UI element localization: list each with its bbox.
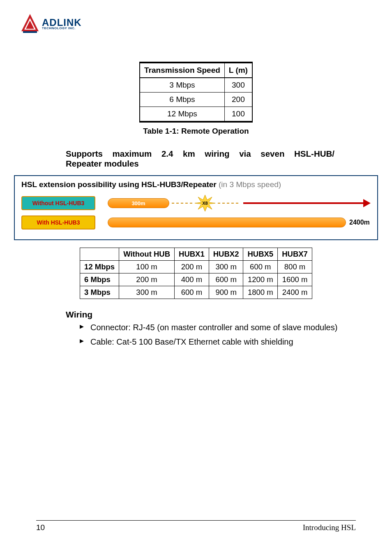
- multiplier-burst-icon: X8: [195, 195, 215, 211]
- t2-cell: 300 m: [209, 261, 243, 273]
- distance-value: 300m: [131, 200, 145, 206]
- with-hub-label: With HSL-HUB3: [21, 215, 95, 229]
- hub-distance-table: Without HUB HUBX1 HUBX2 HUBX5 HUBX7 12 M…: [80, 248, 312, 299]
- heading-line: Repeater modules: [66, 159, 334, 169]
- t2-cell: 100 m: [119, 261, 175, 273]
- t2-cell: 200 m: [119, 273, 175, 286]
- heading-line: Supports maximum 2.4 km wiring via seven…: [66, 149, 334, 159]
- logo-brand-text: ADLINK: [42, 18, 82, 27]
- diagram-title-bold: HSL extension possibility using HSL-HUB3…: [21, 180, 217, 189]
- arrow-icon: [241, 199, 371, 207]
- t2-header: HUBX2: [209, 248, 243, 261]
- t2-header: HUBX7: [278, 248, 312, 261]
- footer-section-title: Introducing HSL: [303, 523, 356, 532]
- distance-value-long: 2400m: [349, 219, 370, 226]
- table1-caption: Table 1-1: Remote Operation: [0, 127, 392, 136]
- page-number: 10: [36, 523, 45, 532]
- t1-cell: 6 Mbps: [140, 93, 224, 107]
- t2-cell: 800 m: [278, 261, 312, 273]
- t2-cell: 400 m: [175, 273, 209, 286]
- brand-logo: ADLINK TECHNOLOGY INC.: [21, 13, 82, 35]
- t2-cell: 600 m: [209, 273, 243, 286]
- t2-cell: 600 m: [243, 261, 278, 273]
- t2-cell: 1200 m: [243, 273, 278, 286]
- wiring-list: Connector: RJ-45 (on master controller a…: [80, 322, 343, 348]
- t2-header: HUBX1: [175, 248, 209, 261]
- t1-cell: 3 Mbps: [140, 78, 224, 93]
- t2-cell: 200 m: [175, 261, 209, 273]
- t2-header: HUBX5: [243, 248, 278, 261]
- t2-cell: 1600 m: [278, 273, 312, 286]
- wiring-list-item: Connector: RJ-45 (on master controller a…: [80, 322, 343, 333]
- dashed-gap-icon: [218, 203, 238, 204]
- t1-cell: 300: [224, 78, 252, 93]
- diagram-title-grey: (in 3 Mbps speed): [217, 180, 281, 189]
- subsection-heading: Supports maximum 2.4 km wiring via seven…: [66, 149, 334, 169]
- t1-header-length: L (m): [224, 63, 252, 78]
- t2-rowhead: 6 Mbps: [80, 273, 119, 286]
- t2-cell: 600 m: [175, 286, 209, 299]
- wiring-list-item: Cable: Cat-5 100 Base/TX Ethernet cable …: [80, 336, 343, 348]
- multiplier-label: X8: [202, 201, 208, 206]
- transmission-speed-table: Transmission Speed L (m) 3 Mbps 300 6 Mb…: [139, 62, 253, 123]
- dashed-gap-icon: [172, 203, 192, 204]
- t2-cell: 900 m: [209, 286, 243, 299]
- t2-cell: 2400 m: [278, 286, 312, 299]
- svg-rect-3: [23, 31, 37, 33]
- t1-cell: 100: [224, 107, 252, 122]
- t1-header-speed: Transmission Speed: [140, 63, 224, 78]
- t2-cell: 1800 m: [243, 286, 278, 299]
- logo-mark-icon: [21, 13, 39, 35]
- distance-bar-with: [108, 218, 346, 227]
- page-footer: 10 Introducing HSL: [36, 520, 356, 532]
- t2-header: Without HUB: [119, 248, 175, 261]
- without-hub-label: Without HSL-HUB3: [21, 196, 95, 210]
- extension-diagram: HSL extension possibility using HSL-HUB3…: [14, 175, 378, 240]
- t2-header: [80, 248, 119, 261]
- t2-rowhead: 3 Mbps: [80, 286, 119, 299]
- wiring-heading: Wiring: [66, 310, 392, 320]
- t2-rowhead: 12 Mbps: [80, 261, 119, 273]
- t1-cell: 12 Mbps: [140, 107, 224, 122]
- t2-cell: 300 m: [119, 286, 175, 299]
- diagram-title: HSL extension possibility using HSL-HUB3…: [21, 180, 371, 189]
- distance-bar-without: 300m: [108, 198, 169, 208]
- t1-cell: 200: [224, 93, 252, 107]
